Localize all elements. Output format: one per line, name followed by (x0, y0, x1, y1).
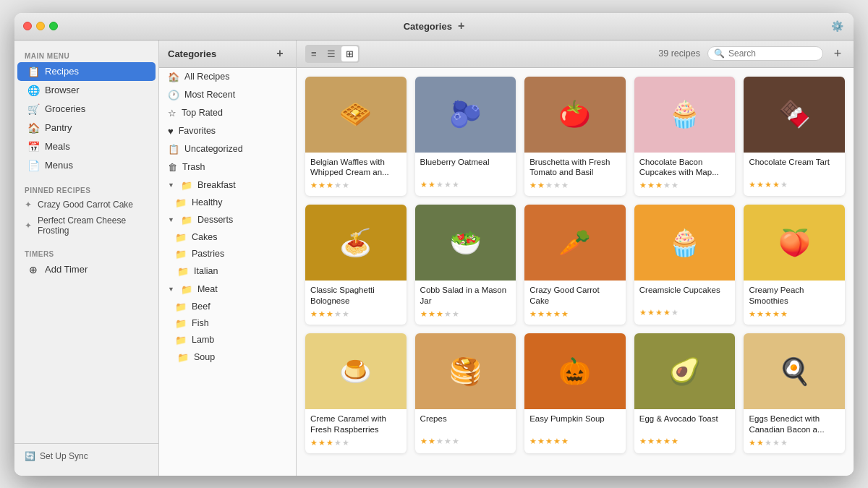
cat-favorites[interactable]: ♥ Favorites (159, 122, 296, 140)
star-empty: ★ (545, 181, 553, 190)
sync-icon: 🔄 (25, 451, 35, 461)
cat-trash[interactable]: 🗑 Trash (159, 158, 296, 176)
healthy-folder-icon: 📁 (175, 197, 187, 208)
sidebar-footer: 🔄 Set Up Sync (14, 443, 158, 468)
cat-italian[interactable]: 📁 Italian (159, 262, 296, 281)
recipe-card[interactable]: 🥑 Egg & Avocado Toast ★★★★★ (634, 333, 736, 453)
sync-label: Set Up Sync (40, 451, 88, 461)
sidebar-item-browser[interactable]: 🌐 Browser (17, 81, 156, 100)
recipe-stars: ★★★★★ (529, 437, 621, 446)
pin-icon-2: ✦ (25, 221, 32, 231)
recipe-info: Classic Spaghetti Bolognese ★★★★★ (305, 281, 407, 325)
recipe-card[interactable]: 🍅 Bruschetta with Fresh Tomato and Basil… (524, 77, 626, 197)
recipe-info: Easy Pumpkin Soup ★★★★★ (524, 409, 626, 452)
cat-healthy[interactable]: 📁 Healthy (159, 194, 296, 211)
star-empty: ★ (553, 181, 561, 190)
right-content: ≡ ☰ ⊞ 39 recipes 🔍 + 🧇 (297, 40, 854, 476)
recipe-card[interactable]: 🧇 Belgian Waffles with Whipped Cream an.… (305, 77, 407, 197)
search-bar[interactable]: 🔍 (707, 46, 823, 61)
add-category-btn[interactable]: + (273, 46, 287, 61)
recipe-card[interactable]: 🍮 Creme Caramel with Fresh Raspberries ★… (305, 333, 407, 453)
star-empty: ★ (452, 309, 459, 319)
star-filled: ★ (436, 309, 443, 319)
recipe-card[interactable]: 🥞 Crepes ★★★★★ (415, 333, 516, 453)
recipe-info: Creamy Peach Smoothies ★★★★★ (744, 281, 845, 325)
recipe-name: Chocolate Cream Tart (749, 157, 840, 177)
cat-cakes[interactable]: 📁 Cakes (159, 229, 296, 246)
clock-icon: 🕐 (168, 90, 179, 100)
sidebar-item-menus[interactable]: 📄 Menus (17, 156, 156, 175)
star-filled: ★ (639, 308, 647, 317)
pinned-item-2-label: Perfect Cream Cheese Frosting (38, 215, 148, 236)
recipe-image: 🧁 (634, 205, 736, 281)
maximize-button[interactable] (49, 22, 58, 30)
sync-button[interactable]: 🔄 Set Up Sync (25, 451, 148, 461)
view-list-button[interactable]: ☰ (323, 46, 340, 61)
cat-most-recent[interactable]: 🕐 Most Recent (159, 86, 296, 104)
sidebar-item-meals[interactable]: 📅 Meals (17, 137, 156, 156)
add-recipe-button[interactable]: + (830, 46, 845, 61)
cat-meat-label: Meat (197, 284, 218, 294)
recipe-card[interactable]: 🧁 Chocolate Bacon Cupcakes with Map... ★… (634, 77, 736, 197)
add-category-button[interactable]: + (458, 20, 464, 33)
menus-icon: 📄 (27, 160, 39, 171)
cat-trash-label: Trash (182, 162, 205, 172)
recipe-card[interactable]: 🫐 Blueberry Oatmeal ★★★★★ (415, 77, 516, 197)
cat-desserts[interactable]: ▼ 📁 Desserts (159, 211, 296, 229)
star-filled: ★ (647, 181, 655, 190)
cat-uncategorized-label: Uncategorized (184, 144, 243, 154)
cat-breakfast[interactable]: ▼ 📁 Breakfast (159, 176, 296, 194)
search-input[interactable] (728, 48, 822, 59)
recipe-card[interactable]: 🎃 Easy Pumpkin Soup ★★★★★ (524, 333, 626, 453)
recipe-card[interactable]: 🧁 Creamsicle Cupcakes ★★★★★ (634, 205, 736, 325)
cat-lamb[interactable]: 📁 Lamb (159, 332, 296, 348)
main-menu-label: MAIN MENU (14, 48, 158, 62)
window-title: Categories (404, 21, 452, 32)
add-timer-button[interactable]: ⊕ Add Timer (17, 260, 156, 279)
recipe-stars: ★★★★★ (639, 437, 731, 446)
sidebar-item-pantry[interactable]: 🏠 Pantry (17, 119, 156, 137)
recipe-card[interactable]: 🍝 Classic Spaghetti Bolognese ★★★★★ (305, 205, 407, 325)
cat-uncategorized[interactable]: 📋 Uncategorized (159, 140, 296, 158)
pinned-cream-cheese[interactable]: ✦ Perfect Cream Cheese Frosting (14, 213, 158, 239)
pinned-carrot-cake[interactable]: ✦ Crazy Good Carrot Cake (14, 197, 158, 213)
recipe-stars: ★★★★★ (749, 180, 840, 189)
cat-fish[interactable]: 📁 Fish (159, 315, 296, 332)
cat-top-rated[interactable]: ☆ Top Rated (159, 104, 296, 122)
recipe-count-area: 39 recipes 🔍 + (658, 46, 845, 61)
recipe-info: Creamsicle Cupcakes ★★★★★ (634, 281, 736, 323)
star-filled: ★ (318, 438, 326, 448)
recipe-info: Egg & Avocado Toast ★★★★★ (634, 409, 736, 452)
view-list-detail-button[interactable]: ≡ (307, 46, 321, 61)
recipe-card[interactable]: 🍳 Eggs Benedict with Canadian Bacon a...… (744, 333, 845, 453)
soup-folder-icon: 📁 (177, 352, 189, 363)
recipe-card[interactable]: 🍑 Creamy Peach Smoothies ★★★★★ (744, 205, 845, 325)
gear-icon[interactable]: ⚙️ (831, 20, 843, 32)
recipe-card[interactable]: 🍫 Chocolate Cream Tart ★★★★★ (744, 77, 845, 197)
recipe-info: Blueberry Oatmeal ★★★★★ (415, 153, 516, 195)
cat-meat[interactable]: ▼ 📁 Meat (159, 281, 296, 299)
recipe-card[interactable]: 🥗 Cobb Salad in a Mason Jar ★★★★★ (415, 205, 516, 325)
cat-all-recipes[interactable]: 🏠 All Recipes (159, 68, 296, 86)
star-filled: ★ (757, 180, 764, 189)
timers-label: TIMERS (14, 246, 158, 260)
sidebar-item-recipes[interactable]: 📋 Recipes (17, 62, 156, 81)
minimize-button[interactable] (36, 22, 45, 30)
fish-folder-icon: 📁 (175, 318, 187, 329)
recipe-name: Egg & Avocado Toast (639, 414, 731, 434)
cat-soup[interactable]: 📁 Soup (159, 348, 296, 367)
recipe-stars: ★★★★★ (420, 180, 511, 189)
recipe-card[interactable]: 🥕 Crazy Good Carrot Cake ★★★★★ (524, 205, 626, 325)
recipe-name: Crazy Good Carrot Cake (529, 285, 621, 307)
close-button[interactable] (23, 22, 32, 30)
triangle-down-icon: ▼ (168, 181, 174, 189)
view-grid-button[interactable]: ⊞ (341, 46, 358, 61)
cat-pastries[interactable]: 📁 Pastries (159, 246, 296, 262)
recipe-image: 🥕 (524, 205, 626, 281)
nav-browser-label: Browser (45, 85, 80, 95)
sidebar-item-groceries[interactable]: 🛒 Groceries (17, 100, 156, 119)
cat-beef[interactable]: 📁 Beef (159, 299, 296, 315)
category-header: Categories + (159, 40, 296, 68)
recipes-icon: 📋 (27, 66, 39, 77)
recipe-image: 🥗 (415, 205, 516, 281)
